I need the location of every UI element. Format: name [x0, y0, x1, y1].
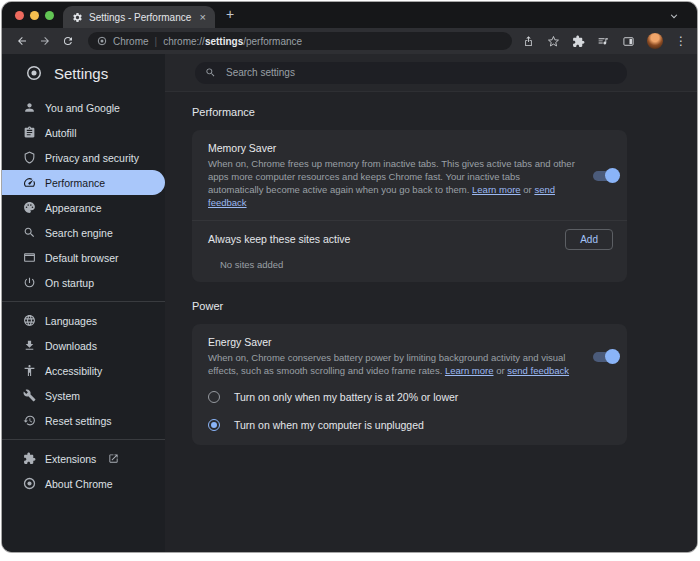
reload-button[interactable] [58, 31, 78, 51]
memory-saver-toggle-wrap [587, 142, 619, 209]
sidebar-item-label: Default browser [45, 252, 119, 264]
sidebar-item-privacy-and-security[interactable]: Privacy and security [2, 145, 165, 170]
sidebar-item-label: Languages [45, 315, 97, 327]
sidebar-item-label: Privacy and security [45, 152, 139, 164]
sidebar-item-label: You and Google [45, 102, 120, 114]
sidebar-item-reset-settings[interactable]: Reset settings [2, 408, 165, 433]
always-keep-sites-row: Always keep these sites active Add [192, 220, 627, 257]
energy-saver-toggle-wrap [587, 336, 619, 377]
sidebar-item-you-and-google[interactable]: You and Google [2, 95, 165, 120]
sidebar-item-label: Extensions [45, 453, 96, 465]
url-text: chrome://settings/performance [163, 36, 302, 47]
forward-arrow-icon [39, 35, 51, 47]
section-title-power: Power [192, 300, 697, 312]
memory-saver-toggle[interactable] [593, 171, 619, 181]
energy-saver-description: When on, Chrome conserves battery power … [208, 351, 577, 377]
performance-section: Performance Memory Saver When on, Chrome… [192, 106, 697, 282]
radio-unselected-icon[interactable] [208, 391, 220, 403]
chrome-logo-icon [23, 477, 36, 490]
speedometer-icon [23, 176, 36, 189]
energy-saver-title: Energy Saver [208, 336, 577, 348]
energy-saver-text: Energy Saver When on, Chrome conserves b… [208, 336, 577, 377]
browser-window: Settings - Performance × + Chrome | chro… [2, 2, 697, 552]
omnibox[interactable]: Chrome | chrome://settings/performance [88, 32, 512, 50]
learn-more-link[interactable]: Learn more [445, 365, 494, 376]
sidebar-item-system[interactable]: System [2, 383, 165, 408]
close-window-button[interactable] [15, 11, 24, 20]
unplugged-option[interactable]: Turn on when my computer is unplugged [192, 411, 627, 445]
origin-label: Chrome [113, 36, 149, 47]
memory-saver-text: Memory Saver When on, Chrome frees up me… [208, 142, 577, 209]
settings-header: Settings [2, 54, 697, 92]
section-title-performance: Performance [192, 106, 697, 118]
sidebar-item-extensions[interactable]: Extensions [2, 446, 165, 471]
sidebar-item-label: Autofill [45, 127, 77, 139]
sidebar-item-label: About Chrome [45, 478, 113, 490]
share-icon[interactable] [522, 35, 535, 48]
sidebar-item-label: Performance [45, 177, 105, 189]
external-link-icon [108, 453, 119, 464]
sidebar-item-default-browser[interactable]: Default browser [2, 245, 165, 270]
radio-selected-icon[interactable] [208, 419, 220, 431]
puzzle-icon [23, 452, 36, 465]
tab-title: Settings - Performance [89, 12, 196, 23]
sidebar-divider [2, 301, 165, 302]
settings-page: Settings You and Google Autofill [2, 54, 697, 552]
close-tab-icon[interactable]: × [200, 12, 206, 23]
back-arrow-icon [16, 35, 28, 47]
energy-saver-card: Energy Saver When on, Chrome conserves b… [192, 324, 627, 445]
send-feedback-link[interactable]: send feedback [507, 365, 569, 376]
globe-icon [23, 314, 36, 327]
memory-saver-row: Memory Saver When on, Chrome frees up me… [192, 130, 627, 215]
settings-body: You and Google Autofill Privacy and secu… [2, 92, 697, 552]
sidebar-item-accessibility[interactable]: Accessibility [2, 358, 165, 383]
sidebar-item-label: On startup [45, 277, 94, 289]
zoom-window-button[interactable] [45, 11, 54, 20]
autofill-icon [23, 126, 36, 139]
sidebar-item-downloads[interactable]: Downloads [2, 333, 165, 358]
browser-window-icon [23, 251, 36, 264]
extensions-puzzle-icon[interactable] [572, 35, 585, 48]
minimize-window-button[interactable] [30, 11, 39, 20]
sidebar-item-label: Appearance [45, 202, 102, 214]
learn-more-link[interactable]: Learn more [472, 184, 521, 195]
energy-saver-toggle[interactable] [593, 352, 619, 362]
sidebar-item-appearance[interactable]: Appearance [2, 195, 165, 220]
sidebar-item-autofill[interactable]: Autofill [2, 120, 165, 145]
browser-menu-icon[interactable]: ⋮ [675, 35, 687, 47]
tab-settings-performance[interactable]: Settings - Performance × [63, 6, 215, 28]
restore-icon [23, 414, 36, 427]
battery-threshold-option[interactable]: Turn on only when my battery is at 20% o… [192, 383, 627, 411]
sidebar-item-label: Search engine [45, 227, 113, 239]
add-site-button[interactable]: Add [565, 229, 613, 250]
shield-icon [23, 151, 36, 164]
media-controls-icon[interactable] [597, 35, 610, 48]
sidebar-item-label: System [45, 390, 80, 402]
sidebar-item-label: Reset settings [45, 415, 112, 427]
chrome-logo-icon [26, 65, 42, 81]
sidebar-item-about-chrome[interactable]: About Chrome [2, 471, 165, 496]
toggle-thumb [605, 349, 620, 364]
chevron-down-icon[interactable] [669, 11, 679, 21]
sidebar-item-performance[interactable]: Performance [2, 170, 165, 195]
sidebar-item-on-startup[interactable]: On startup [2, 270, 165, 295]
energy-saver-row: Energy Saver When on, Chrome conserves b… [192, 324, 627, 383]
search-icon [205, 67, 216, 78]
no-sites-added-text: No sites added [192, 257, 627, 282]
search-input[interactable] [224, 66, 617, 79]
new-tab-button[interactable]: + [226, 7, 234, 21]
back-button[interactable] [12, 31, 32, 51]
bookmark-star-icon[interactable] [547, 35, 560, 48]
reload-icon [62, 35, 74, 47]
settings-header-left: Settings [2, 54, 165, 92]
side-panel-icon[interactable] [622, 35, 635, 48]
radio-option-label: Turn on only when my battery is at 20% o… [234, 391, 458, 403]
settings-search[interactable] [195, 62, 627, 84]
omnibox-divider: | [155, 36, 158, 47]
sidebar-item-search-engine[interactable]: Search engine [2, 220, 165, 245]
toolbar-actions: ⋮ [522, 33, 687, 49]
profile-avatar[interactable] [647, 33, 663, 49]
forward-button[interactable] [35, 31, 55, 51]
sidebar-divider [2, 439, 165, 440]
sidebar-item-languages[interactable]: Languages [2, 308, 165, 333]
